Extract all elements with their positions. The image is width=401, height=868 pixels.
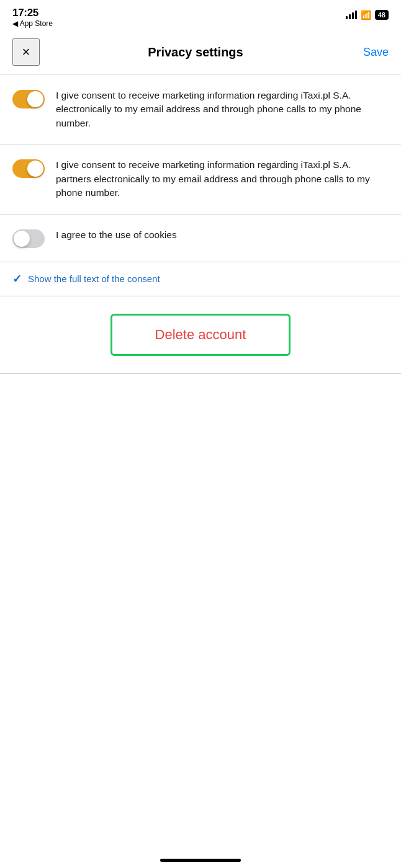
status-bar: 17:25 ◀ App Store 📶 48 [0,0,401,32]
delete-account-row: Delete account [0,296,401,374]
nav-header: × Privacy settings Save [0,32,401,75]
toggle-row-marketing-partners: I give consent to receive marketing info… [0,144,401,214]
toggle-label-3: I agree to the use of cookies [56,228,389,242]
consent-expand-row[interactable]: ✓ Show the full text of the consent [0,262,401,296]
toggle-switch-2[interactable] [12,159,45,178]
status-right: 📶 48 [346,7,389,20]
delete-account-button[interactable]: Delete account [110,314,291,356]
wifi-icon: 📶 [361,11,371,19]
home-indicator [160,859,241,862]
toggle-marketing-partners[interactable] [12,159,45,178]
chevron-down-icon: ✓ [12,272,22,286]
toggle-thumb-3 [14,231,30,247]
toggle-row-marketing-itaxi: I give consent to receive marketing info… [0,75,401,144]
close-button[interactable]: × [12,38,40,66]
save-button[interactable]: Save [351,46,389,59]
toggle-cookies[interactable] [12,229,45,248]
toggle-label-2: I give consent to receive marketing info… [56,158,389,200]
battery-indicator: 48 [375,10,389,20]
toggle-row-cookies: I agree to the use of cookies [0,215,401,262]
toggle-switch-1[interactable] [12,90,45,108]
page-title: Privacy settings [40,45,351,60]
toggle-marketing-itaxi[interactable] [12,90,45,108]
toggle-switch-3[interactable] [12,229,45,248]
signal-bars-icon [346,11,357,19]
toggle-thumb-1 [27,91,43,107]
status-appstore: ◀ App Store [12,19,53,28]
content: I give consent to receive marketing info… [0,75,401,374]
status-left: 17:25 ◀ App Store [12,7,53,28]
consent-link[interactable]: Show the full text of the consent [28,273,160,284]
status-time: 17:25 [12,7,38,19]
toggle-label-1: I give consent to receive marketing info… [56,89,389,130]
